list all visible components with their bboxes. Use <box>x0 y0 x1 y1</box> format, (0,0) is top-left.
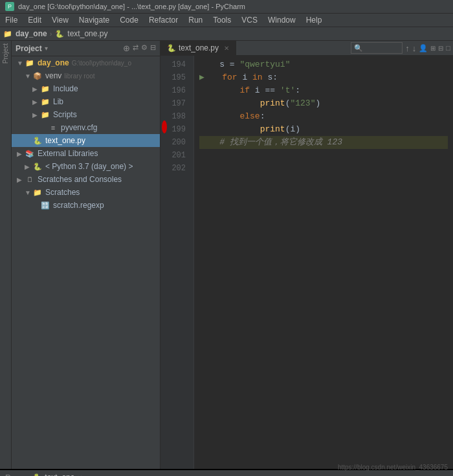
sidebar-gear-icon[interactable]: ⚙ <box>141 43 148 53</box>
tab-icon-text-one: 🐍 <box>167 44 176 52</box>
sidebar-sync-icon[interactable]: ⇄ <box>133 43 138 53</box>
code-line-202 <box>199 162 448 175</box>
gutter-197 <box>160 95 168 108</box>
run-tab-text-one[interactable]: 🐍 text_one ✕ <box>27 470 89 476</box>
tree-item-scratch-regexp[interactable]: 🔡 scratch.regexp <box>12 199 160 212</box>
folder-icon-include: 📁 <box>40 84 50 94</box>
label-scratches: Scratches <box>45 188 80 197</box>
tab-close-text-one[interactable]: ✕ <box>224 45 229 52</box>
menu-run[interactable]: Run <box>183 14 208 27</box>
code-content[interactable]: s = "qwertyui" ▶ for i in s: if i == 't'… <box>194 56 453 469</box>
sidebar-header-icons: ⊕ ⇄ ⚙ ⊟ <box>123 43 156 53</box>
code-line-195: ▶ for i in s: <box>199 71 448 84</box>
toolbar: 📁 day_one › 🐍 text_one.py <box>0 27 453 41</box>
arrow-include: ▶ <box>32 85 40 93</box>
linenum-198: 198 <box>168 110 190 123</box>
run-label: Run: <box>0 471 27 476</box>
linenum-200: 200 <box>168 136 190 149</box>
search-filter-icon[interactable]: ⊟ <box>438 45 443 52</box>
label-lib: Lib <box>53 97 63 106</box>
menu-bar: File Edit View Navigate Code Refactor Ru… <box>0 14 453 27</box>
label-pyvenv: pyvenv.cfg <box>61 123 97 132</box>
gutter-195 <box>160 69 168 82</box>
menu-vcs[interactable]: VCS <box>236 14 263 27</box>
sidebar-add-icon[interactable]: ⊕ <box>123 43 130 53</box>
editor-tabs: 🐍 text_one.py ✕ ↑ ↓ 👤 ⊞ ⊟ □ <box>160 41 453 56</box>
code-line-199: print(i) <box>199 123 448 136</box>
code-line-197: print("123") <box>199 97 448 110</box>
scratches-root-icon: 🗒 <box>25 174 35 185</box>
sidebar: Project ▾ ⊕ ⇄ ⚙ ⊟ ▼ 📁 day_one G:\tool\py… <box>12 41 160 469</box>
tree-item-pyvenv[interactable]: ≡ pyvenv.cfg <box>12 121 160 134</box>
toolbar-folder-icon: 📁 <box>3 28 13 39</box>
tree-item-ext-libs[interactable]: ▶ 📚 External Libraries <box>12 147 160 160</box>
tree-item-scripts[interactable]: ▶ 📁 Scripts <box>12 108 160 121</box>
sidebar-title: Project ▾ <box>16 44 48 53</box>
menu-code[interactable]: Code <box>115 14 144 27</box>
search-person-icon[interactable]: 👤 <box>419 44 428 52</box>
gutter <box>160 56 168 469</box>
gutter-196 <box>160 82 168 95</box>
menu-window[interactable]: Window <box>263 14 301 27</box>
label-scripts: Scripts <box>53 110 77 119</box>
title-bar: P day_one [G:\tool\python\day_one] - ...… <box>0 0 453 14</box>
tree-item-scratches[interactable]: ▼ 📁 Scratches <box>12 186 160 199</box>
nav-up-icon[interactable]: ↑ <box>405 43 410 53</box>
code-line-201 <box>199 149 448 162</box>
tree-item-text-one[interactable]: 🐍 text_one.py <box>12 134 160 147</box>
project-panel-label[interactable]: Project <box>0 41 12 469</box>
run-panel: Run: 🐍 text_one ✕ ▶ ■ ⏸ ≡ ↑↓ ⊟ ▲ 🗑 G:\to… <box>0 469 453 476</box>
arrow-python37: ▶ <box>25 163 32 170</box>
search-input[interactable] <box>351 42 403 54</box>
arrow-scripts: ▶ <box>32 111 40 119</box>
sidebar-filter-icon[interactable]: ⊟ <box>150 43 156 53</box>
label-text-one: text_one.py <box>45 136 85 145</box>
suffix-day-one: G:\tool\python\day_o <box>72 60 131 67</box>
folder-icon-lib: 📁 <box>40 96 50 107</box>
arrow-venv: ▼ <box>25 73 32 80</box>
run-tab-close[interactable]: ✕ <box>77 474 82 477</box>
linenum-202: 202 <box>168 162 190 175</box>
linenum-197: 197 <box>168 97 190 110</box>
menu-navigate[interactable]: Navigate <box>74 14 115 27</box>
menu-tools[interactable]: Tools <box>208 14 236 27</box>
gutter-199 <box>160 120 168 133</box>
menu-view[interactable]: View <box>47 14 74 27</box>
toolbar-file-icon: 🐍 <box>54 28 65 39</box>
python-icon: 🐍 <box>32 161 43 172</box>
folder-icon-scripts: 📁 <box>40 109 50 120</box>
editor-area: 🐍 text_one.py ✕ ↑ ↓ 👤 ⊞ ⊟ □ <box>160 41 453 469</box>
py-icon-text-one: 🐍 <box>32 135 43 146</box>
run-tabs: Run: 🐍 text_one ✕ <box>0 470 453 476</box>
label-day-one: day_one <box>38 58 69 67</box>
run-tab-icon: 🐍 <box>33 473 42 477</box>
search-options-icon[interactable]: ⊞ <box>430 45 436 52</box>
label-python37: < Python 3.7 (day_one) > <box>45 162 133 171</box>
sidebar-dropdown-icon[interactable]: ▾ <box>45 45 48 52</box>
gutter-198 <box>160 108 168 120</box>
tree-item-scratches-root[interactable]: ▶ 🗒 Scratches and Consoles <box>12 173 160 186</box>
menu-file[interactable]: File <box>0 14 23 27</box>
toolbar-separator: › <box>50 30 52 38</box>
menu-edit[interactable]: Edit <box>23 14 47 27</box>
nav-down-icon[interactable]: ↓ <box>412 43 417 53</box>
main-area: Project Project ▾ ⊕ ⇄ ⚙ ⊟ ▼ 📁 day_one G:… <box>0 41 453 469</box>
linenum-194: 194 <box>168 58 190 71</box>
tree-item-include[interactable]: ▶ 📁 Include <box>12 82 160 95</box>
run-tab-label: text_one <box>45 473 74 476</box>
tree-item-day-one[interactable]: ▼ 📁 day_one G:\tool\python\day_o <box>12 56 160 69</box>
label-scratch-regexp: scratch.regexp <box>53 201 104 210</box>
menu-refactor[interactable]: Refactor <box>144 14 183 27</box>
expand-icon[interactable]: □ <box>446 44 450 52</box>
menu-help[interactable]: Help <box>301 14 327 27</box>
tree-item-python37[interactable]: ▶ 🐍 < Python 3.7 (day_one) > <box>12 160 160 173</box>
tree-item-venv[interactable]: ▼ 📦 venv library root <box>12 69 160 82</box>
tree-item-lib[interactable]: ▶ 📁 Lib <box>12 95 160 108</box>
arrow-day-one: ▼ <box>17 60 25 67</box>
arrow-lib: ▶ <box>32 98 40 106</box>
tab-text-one[interactable]: 🐍 text_one.py ✕ <box>160 41 236 55</box>
linenum-195: 195 <box>168 71 190 84</box>
linenum-196: 196 <box>168 84 190 97</box>
editor-toolbar-right: ↑ ↓ 👤 ⊞ ⊟ □ <box>348 42 453 54</box>
ext-libs-icon: 📚 <box>25 148 35 159</box>
